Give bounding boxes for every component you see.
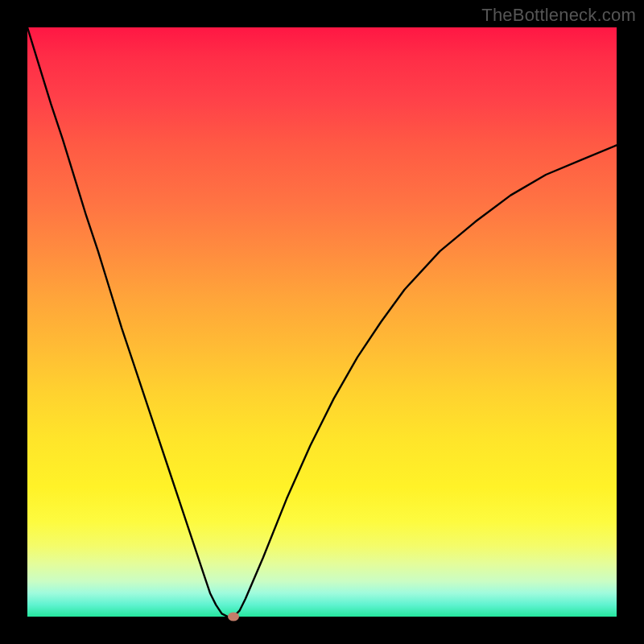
bottleneck-curve	[27, 27, 617, 617]
chart-plot-area	[27, 27, 617, 617]
data-marker	[228, 613, 239, 621]
watermark-text: TheBottleneck.com	[481, 5, 636, 26]
chart-frame: TheBottleneck.com	[0, 0, 644, 644]
chart-line-svg	[27, 27, 617, 617]
